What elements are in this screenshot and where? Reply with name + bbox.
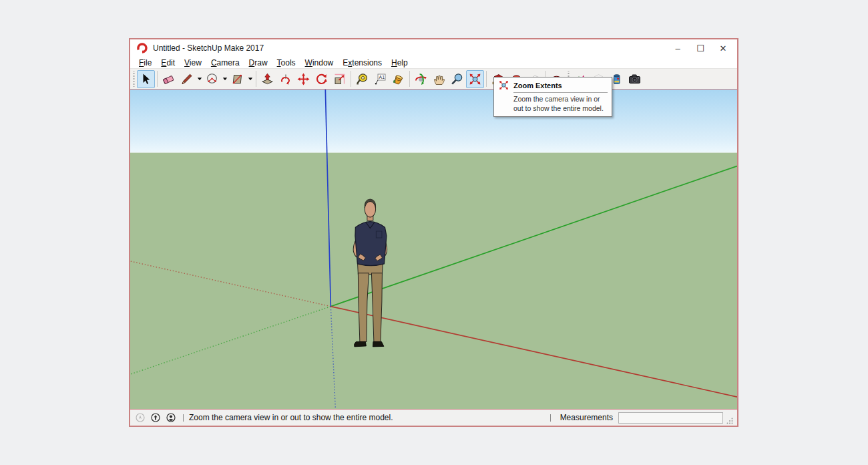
menu-camera[interactable]: Camera — [206, 58, 244, 67]
menu-help[interactable]: Help — [387, 58, 413, 67]
title-bar: Untitled - SketchUp Make 2017 – ☐ ✕ — [130, 39, 737, 57]
tooltip-divider — [513, 92, 608, 93]
arc-tool-button[interactable] — [203, 70, 221, 88]
line-dropdown-arrow[interactable] — [196, 70, 203, 88]
rotate-icon — [314, 72, 329, 86]
line-tool-button[interactable] — [178, 70, 196, 88]
zoom-extents-tooltip: Zoom Extents Zoom the camera view in or … — [493, 77, 612, 117]
menu-extensions[interactable]: Extensions — [338, 58, 387, 67]
statusbar-separator — [183, 414, 184, 422]
chevron-down-icon — [222, 76, 228, 82]
zoom-extents-icon — [468, 72, 482, 86]
shapes-dropdown-arrow[interactable] — [246, 70, 254, 88]
photo-textures-button[interactable] — [626, 70, 644, 88]
orbit-tool-button[interactable] — [412, 70, 430, 88]
menu-window[interactable]: Window — [300, 58, 339, 67]
toolbar-separator — [486, 71, 487, 87]
chevron-down-icon — [248, 76, 253, 82]
toolbar-separator — [157, 71, 158, 87]
maximize-button[interactable]: ☐ — [689, 40, 712, 56]
menu-view[interactable]: View — [180, 58, 206, 67]
close-button[interactable]: ✕ — [712, 40, 734, 56]
toolbar-separator — [256, 71, 256, 87]
sign-in-account-icon[interactable] — [166, 413, 176, 422]
measurements-input[interactable] — [618, 412, 723, 424]
window-resize-grip[interactable] — [726, 418, 733, 424]
menu-bar: File Edit View Camera Draw Tools Window … — [130, 57, 737, 68]
toolbar-separator — [351, 71, 351, 87]
tooltip-title: Zoom Extents — [513, 82, 562, 90]
tape-measure-icon — [355, 72, 369, 86]
zoom-tool-button[interactable] — [448, 70, 466, 88]
ground — [130, 153, 737, 409]
scene-canvas — [130, 90, 737, 409]
chevron-down-icon — [197, 76, 202, 82]
toolbar-separator — [409, 71, 410, 87]
sketchup-logo-icon — [137, 43, 148, 53]
zoom-magnifier-icon — [450, 72, 464, 86]
arc-protractor-icon — [205, 72, 219, 86]
text-tool-button[interactable]: A1 — [371, 70, 389, 88]
eraser-tool-button[interactable] — [160, 70, 178, 88]
pan-tool-button[interactable] — [430, 70, 448, 88]
move-icon — [296, 72, 310, 86]
camera-icon — [628, 72, 642, 86]
scale-icon — [333, 72, 347, 86]
statusbar-separator — [550, 414, 551, 422]
move-tool-button[interactable] — [294, 70, 312, 88]
minimize-button[interactable]: – — [666, 40, 689, 56]
sketchup-window: Untitled - SketchUp Make 2017 – ☐ ✕ File… — [129, 38, 738, 427]
menu-draw[interactable]: Draw — [244, 58, 272, 67]
menu-tools[interactable]: Tools — [272, 58, 300, 67]
follow-me-icon — [278, 72, 292, 86]
rectangle-icon — [230, 72, 244, 86]
push-pull-tool-button[interactable] — [258, 70, 276, 88]
orbit-icon — [414, 72, 428, 86]
rotate-tool-button[interactable] — [312, 70, 331, 88]
scale-tool-button[interactable] — [331, 70, 349, 88]
pencil-icon — [180, 72, 194, 86]
push-pull-icon — [260, 72, 274, 86]
arc-dropdown-arrow[interactable] — [221, 70, 228, 88]
measurements-label: Measurements — [560, 413, 613, 422]
menu-edit[interactable]: Edit — [156, 58, 180, 67]
zoom-extents-icon — [498, 80, 509, 91]
eraser-icon — [162, 72, 176, 86]
claim-credit-icon[interactable] — [151, 413, 160, 422]
tooltip-body: Zoom the camera view in or out to show t… — [513, 95, 608, 113]
tape-measure-tool-button[interactable] — [353, 70, 371, 88]
menu-file[interactable]: File — [134, 58, 156, 67]
status-tip-text: Zoom the camera view in or out to show t… — [189, 413, 393, 422]
model-viewport[interactable] — [130, 89, 737, 410]
follow-me-tool-button[interactable] — [276, 70, 294, 88]
zoom-extents-tool-button[interactable] — [466, 70, 484, 88]
sky — [130, 90, 737, 153]
toolbar-grip[interactable] — [132, 71, 136, 87]
shapes-tool-button[interactable] — [228, 70, 246, 88]
svg-text:A1: A1 — [379, 75, 385, 80]
status-bar: Zoom the camera view in or out to show t… — [130, 410, 737, 426]
paint-bucket-tool-button[interactable] — [389, 70, 407, 88]
getting-started-toolbar: A1 — [130, 68, 737, 89]
pan-hand-icon — [432, 72, 446, 86]
window-title: Untitled - SketchUp Make 2017 — [153, 43, 264, 53]
geolocation-icon[interactable] — [136, 413, 145, 422]
select-tool-button[interactable] — [137, 70, 155, 88]
paint-bucket-icon — [391, 72, 405, 86]
select-cursor-icon — [139, 72, 153, 86]
text-label-icon: A1 — [373, 72, 387, 86]
